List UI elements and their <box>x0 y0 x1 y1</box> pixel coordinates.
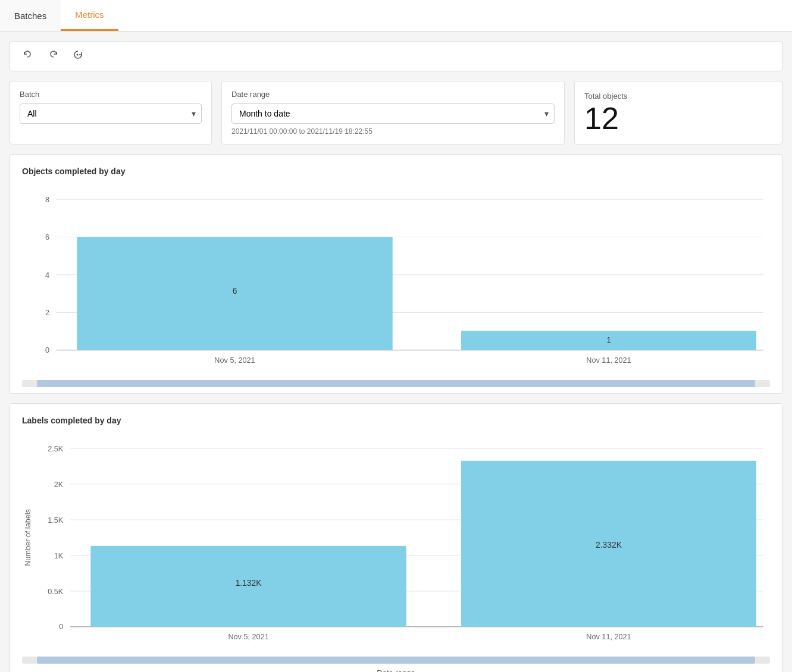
svg-text:1: 1 <box>606 335 611 345</box>
batch-select-wrapper: All <box>20 103 202 124</box>
svg-text:0.5K: 0.5K <box>48 587 64 595</box>
svg-text:0: 0 <box>59 623 63 631</box>
date-sub-text: 2021/11/01 00:00:00 to 2021/11/19 18:22:… <box>231 127 555 136</box>
toolbar <box>10 41 782 71</box>
svg-text:1K: 1K <box>54 551 64 560</box>
chart2-x-label: Date range <box>22 664 770 672</box>
svg-text:2.5K: 2.5K <box>48 445 64 453</box>
total-objects-label: Total objects <box>584 92 627 101</box>
daterange-filter-card: Date range Month to date Last 7 days Las… <box>221 81 565 145</box>
svg-text:Nov 5, 2021: Nov 5, 2021 <box>228 633 268 641</box>
batch-select[interactable]: All <box>20 103 202 124</box>
objects-chart-title: Objects completed by day <box>22 167 770 176</box>
svg-text:0: 0 <box>45 346 49 354</box>
svg-text:Nov 11, 2021: Nov 11, 2021 <box>586 356 631 365</box>
svg-text:6: 6 <box>233 286 237 296</box>
svg-text:Number of labels: Number of labels <box>24 509 32 566</box>
labels-chart-svg: 2.5K 2K 1.5K 1K 0.5K 0 Number of labels … <box>22 435 770 654</box>
svg-text:8: 8 <box>45 196 49 204</box>
reset-button[interactable] <box>70 48 86 65</box>
batch-filter-card: Batch All <box>10 81 212 145</box>
svg-text:2: 2 <box>45 309 49 317</box>
labels-chart-container: 2.5K 2K 1.5K 1K 0.5K 0 Number of labels … <box>22 435 770 654</box>
labels-chart-title: Labels completed by day <box>22 416 770 425</box>
svg-text:Nov 5, 2021: Nov 5, 2021 <box>214 356 255 365</box>
svg-text:4: 4 <box>45 271 49 280</box>
svg-text:2K: 2K <box>54 481 64 489</box>
daterange-select[interactable]: Month to date Last 7 days Last 30 days C… <box>231 103 555 124</box>
tab-bar: Batches Metrics <box>0 0 792 32</box>
labels-chart-scrollbar[interactable] <box>22 657 770 664</box>
labels-chart-card: Labels completed by day 2.5K 2K 1.5K 1K … <box>10 403 782 672</box>
tab-metrics[interactable]: Metrics <box>61 0 118 31</box>
objects-chart-card: Objects completed by day 8 6 4 2 0 <box>10 154 782 394</box>
svg-text:1.132K: 1.132K <box>236 578 262 588</box>
objects-chart-svg: 8 6 4 2 0 6 1 Nov 5, 2021 Nov 11, <box>22 186 770 378</box>
svg-text:2.332K: 2.332K <box>596 540 622 549</box>
filters-row: Batch All Date range Month to date Last … <box>10 81 782 145</box>
daterange-select-wrapper: Month to date Last 7 days Last 30 days C… <box>231 103 555 124</box>
main-content: Batch All Date range Month to date Last … <box>0 32 792 672</box>
svg-text:6: 6 <box>45 233 49 241</box>
batch-label: Batch <box>20 90 202 99</box>
svg-text:1.5K: 1.5K <box>48 516 64 524</box>
svg-text:Nov 11, 2021: Nov 11, 2021 <box>586 633 631 641</box>
tab-batches[interactable]: Batches <box>0 0 61 31</box>
total-objects-value: 12 <box>584 103 619 134</box>
svg-point-0 <box>77 54 79 56</box>
total-objects-card: Total objects 12 <box>574 81 782 145</box>
redo-button[interactable] <box>45 48 61 65</box>
undo-button[interactable] <box>20 48 36 65</box>
daterange-label: Date range <box>231 90 555 99</box>
objects-chart-scrollbar[interactable] <box>22 380 770 387</box>
objects-chart-container: 8 6 4 2 0 6 1 Nov 5, 2021 Nov 11, <box>22 186 770 378</box>
